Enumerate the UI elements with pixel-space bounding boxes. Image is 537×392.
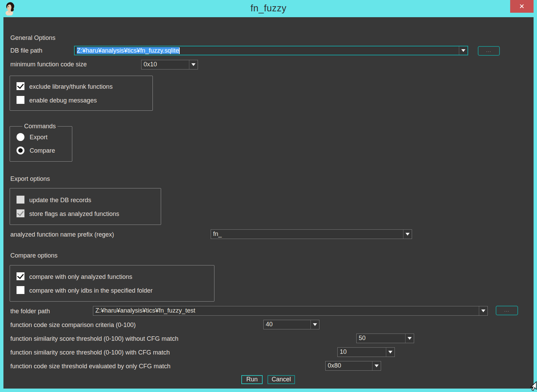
run-button[interactable]: Run	[241, 375, 263, 384]
criteria-label: function code size comparison criteria (…	[10, 321, 136, 329]
size-threshold-cfg-value[interactable]: 0x80	[326, 361, 372, 370]
min-func-size-label: minimum function code size	[10, 61, 87, 68]
chevron-down-icon	[191, 63, 196, 66]
prefix-value[interactable]: fn_	[211, 230, 403, 239]
criteria-value[interactable]: 40	[264, 320, 310, 329]
db-file-path-dropdown-arrow[interactable]	[459, 46, 467, 55]
folder-path-combobox[interactable]: Z:¥haru¥analysis¥tics¥fn_fuzzy_test	[93, 306, 488, 316]
export-radio[interactable]	[17, 133, 24, 141]
prefix-label: analyzed function name prefix (regex)	[10, 231, 114, 239]
folder-path-dropdown-arrow[interactable]	[479, 306, 487, 315]
folder-path-browse-button[interactable]: ...	[496, 306, 518, 315]
threshold-with-cfg-dropdown-arrow[interactable]	[386, 348, 394, 357]
window-title: fn_fuzzy	[0, 3, 537, 14]
general-checkbox-group	[10, 76, 153, 111]
min-func-size-dropdown-arrow[interactable]	[189, 60, 198, 69]
db-file-path-value[interactable]: Z:¥haru¥analysis¥tics¥fn_fuzzy.sqlite	[75, 46, 459, 55]
db-file-path-label: DB file path	[10, 47, 42, 55]
criteria-combobox[interactable]: 40	[263, 320, 319, 329]
min-func-size-combobox[interactable]: 0x10	[141, 60, 198, 69]
export-options-title: Export options	[10, 175, 50, 183]
titlebar[interactable]: fn_fuzzy ✕	[0, 0, 537, 17]
chevron-down-icon	[481, 309, 485, 312]
compare-idbs-checkbox[interactable]	[17, 286, 24, 294]
db-file-path-combobox[interactable]: Z:¥haru¥analysis¥tics¥fn_fuzzy.sqlite	[74, 46, 468, 55]
exclude-library-label[interactable]: exclude library/thunk functions	[29, 83, 113, 91]
chevron-down-icon	[408, 337, 412, 340]
cancel-button[interactable]: Cancel	[267, 375, 295, 384]
export-radio-label[interactable]: Export	[30, 133, 48, 141]
general-options-title: General Options	[10, 34, 55, 42]
commands-group: Commands	[10, 126, 72, 162]
threshold-without-cfg-combobox[interactable]: 50	[356, 334, 414, 343]
threshold-with-cfg-value[interactable]: 10	[338, 348, 386, 357]
db-file-path-browse-button[interactable]: ...	[478, 46, 500, 56]
compare-analyzed-checkbox[interactable]	[17, 272, 24, 280]
compare-analyzed-label[interactable]: compare with only analyzed functions	[29, 273, 132, 281]
fn-fuzzy-dialog: { "window": { "title": "fn_fuzzy", "clos…	[0, 0, 537, 392]
prefix-combobox[interactable]: fn_	[211, 229, 412, 239]
chevron-down-icon	[406, 233, 410, 236]
criteria-dropdown-arrow[interactable]	[310, 320, 319, 329]
chevron-down-icon	[388, 351, 392, 353]
update-db-records-label: update the DB records	[29, 196, 91, 204]
close-button[interactable]: ✕	[510, 0, 534, 13]
threshold-with-cfg-combobox[interactable]: 10	[337, 347, 395, 357]
folder-path-label: the folder path	[10, 307, 50, 315]
chevron-down-icon	[313, 323, 317, 326]
commands-legend: Commands	[22, 122, 57, 130]
export-checkbox-group	[10, 188, 161, 225]
folder-path-value[interactable]: Z:¥haru¥analysis¥tics¥fn_fuzzy_test	[93, 306, 479, 315]
compare-checkbox-group	[10, 265, 214, 302]
enable-debug-checkbox[interactable]	[17, 96, 24, 104]
enable-debug-label[interactable]: enable debug messages	[29, 97, 97, 105]
size-threshold-cfg-combobox[interactable]: 0x80	[325, 361, 381, 371]
compare-idbs-label[interactable]: compare with only idbs in the specified …	[29, 287, 152, 295]
compare-radio-label[interactable]: Compare	[30, 147, 55, 155]
threshold-without-cfg-dropdown-arrow[interactable]	[405, 334, 414, 343]
threshold-without-cfg-value[interactable]: 50	[357, 334, 405, 343]
update-db-records-checkbox	[17, 196, 24, 204]
min-func-size-value[interactable]: 0x10	[141, 60, 189, 69]
compare-options-title: Compare options	[10, 252, 57, 260]
store-flags-label: store flags as analyzed functions	[29, 210, 119, 218]
exclude-library-checkbox[interactable]	[17, 82, 24, 90]
size-threshold-cfg-dropdown-arrow[interactable]	[372, 361, 381, 370]
size-threshold-cfg-label: function code size threshold evaluated b…	[10, 362, 170, 370]
text-caret	[179, 47, 180, 54]
threshold-with-cfg-label: function similarity score threshold (0-1…	[10, 349, 170, 357]
mouse-cursor	[529, 381, 537, 392]
compare-radio[interactable]	[17, 146, 24, 154]
chevron-down-icon	[375, 364, 379, 367]
prefix-dropdown-arrow[interactable]	[403, 230, 412, 239]
store-flags-checkbox	[17, 209, 24, 217]
chevron-down-icon	[461, 49, 465, 52]
threshold-without-cfg-label: function similarity score threshold (0-1…	[10, 335, 178, 343]
